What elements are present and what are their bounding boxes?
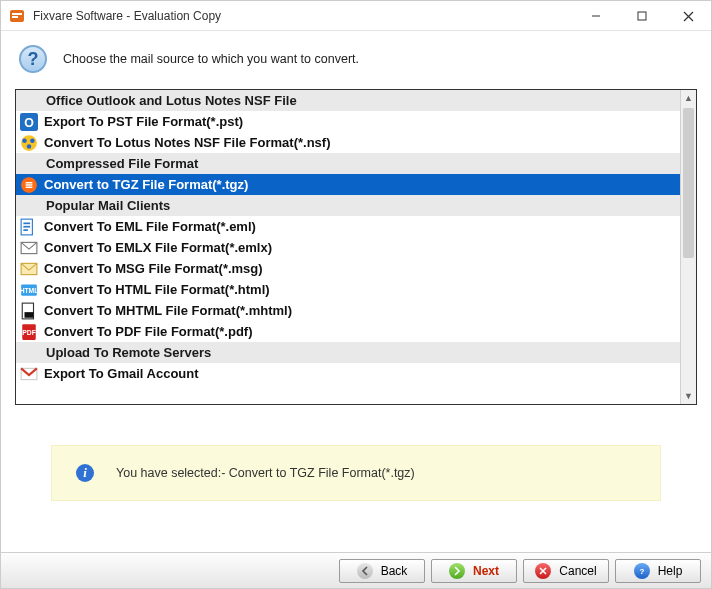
window-controls [573,1,711,30]
selection-info-text: You have selected:- Convert to TGZ File … [116,466,415,480]
svg-rect-2 [12,16,18,18]
gmail-icon [20,366,38,382]
svg-rect-4 [638,12,646,20]
help-icon: ? [634,563,650,579]
question-icon: ? [19,45,47,73]
group-label: Popular Mail Clients [46,198,170,213]
format-list: Office Outlook and Lotus Notes NSF File … [15,89,697,405]
group-label: Office Outlook and Lotus Notes NSF File [46,93,297,108]
emlx-icon [20,240,38,256]
close-icon [683,11,694,22]
back-label: Back [381,564,408,578]
group-popular-clients[interactable]: Popular Mail Clients [16,195,680,216]
selection-info-box: i You have selected:- Convert to TGZ Fil… [51,445,661,501]
option-pdf[interactable]: PDF Convert To PDF File Format(*.pdf) [16,321,680,342]
option-label: Convert To MSG File Format(*.msg) [44,261,263,276]
option-html[interactable]: HTML Convert To HTML File Format(*.html) [16,279,680,300]
option-emlx[interactable]: Convert To EMLX File Format(*.emlx) [16,237,680,258]
scroll-up-icon: ▲ [681,90,696,106]
footer-bar: Back Next Cancel ? Help [1,552,711,588]
option-label: Export To PST File Format(*.pst) [44,114,243,129]
option-tgz[interactable]: Convert to TGZ File Format(*.tgz) [16,174,680,195]
minimize-icon [591,11,601,21]
option-pst[interactable]: O Export To PST File Format(*.pst) [16,111,680,132]
maximize-icon [637,11,647,21]
svg-point-11 [30,138,35,143]
eml-icon [20,219,38,235]
help-button[interactable]: ? Help [615,559,701,583]
help-label: Help [658,564,683,578]
scroll-down-icon: ▼ [681,388,696,404]
cancel-button[interactable]: Cancel [523,559,609,583]
option-label: Convert To EML File Format(*.eml) [44,219,256,234]
mhtml-icon [20,303,38,319]
next-label: Next [473,564,499,578]
option-label: Convert to TGZ File Format(*.tgz) [44,177,248,192]
tgz-icon [20,177,38,193]
instruction-strip: ? Choose the mail source to which you wa… [1,31,711,87]
group-label: Upload To Remote Servers [46,345,211,360]
option-label: Convert To Lotus Notes NSF File Format(*… [44,135,331,150]
info-icon: i [76,464,94,482]
option-msg[interactable]: Convert To MSG File Format(*.msg) [16,258,680,279]
app-window: Fixvare Software - Evaluation Copy ? Cho… [0,0,712,589]
svg-point-10 [22,138,27,143]
option-gmail[interactable]: Export To Gmail Account [16,363,680,384]
svg-rect-23 [25,312,34,318]
app-icon [9,8,25,24]
msg-icon [20,261,38,277]
svg-point-12 [27,144,32,149]
svg-rect-15 [23,222,30,224]
back-button[interactable]: Back [339,559,425,583]
instruction-text: Choose the mail source to which you want… [63,52,359,66]
pdf-icon: PDF [20,324,38,340]
minimize-button[interactable] [573,1,619,31]
outlook-icon: O [20,114,38,130]
svg-text:HTML: HTML [20,287,38,294]
close-button[interactable] [665,1,711,31]
svg-text:O: O [24,115,34,129]
option-nsf[interactable]: Convert To Lotus Notes NSF File Format(*… [16,132,680,153]
svg-text:?: ? [639,567,644,576]
vertical-scrollbar[interactable]: ▲ ▼ [680,90,696,404]
option-label: Convert To MHTML File Format(*.mhtml) [44,303,292,318]
maximize-button[interactable] [619,1,665,31]
cancel-label: Cancel [559,564,596,578]
arrow-left-icon [357,563,373,579]
arrow-right-icon [449,563,465,579]
group-compressed[interactable]: Compressed File Format [16,153,680,174]
svg-rect-16 [23,225,30,227]
svg-text:PDF: PDF [22,329,36,336]
option-eml[interactable]: Convert To EML File Format(*.eml) [16,216,680,237]
option-mhtml[interactable]: Convert To MHTML File Format(*.mhtml) [16,300,680,321]
scroll-thumb[interactable] [683,108,694,258]
html-icon: HTML [20,282,38,298]
window-title: Fixvare Software - Evaluation Copy [33,9,573,23]
group-remote-servers[interactable]: Upload To Remote Servers [16,342,680,363]
svg-rect-17 [23,229,28,231]
option-label: Convert To PDF File Format(*.pdf) [44,324,252,339]
option-label: Convert To HTML File Format(*.html) [44,282,270,297]
group-office-outlook-nsf[interactable]: Office Outlook and Lotus Notes NSF File [16,90,680,111]
next-button[interactable]: Next [431,559,517,583]
svg-rect-1 [12,13,22,15]
titlebar: Fixvare Software - Evaluation Copy [1,1,711,31]
cancel-icon [535,563,551,579]
group-label: Compressed File Format [46,156,198,171]
option-label: Export To Gmail Account [44,366,199,381]
lotus-notes-icon [20,135,38,151]
option-label: Convert To EMLX File Format(*.emlx) [44,240,272,255]
format-list-body: Office Outlook and Lotus Notes NSF File … [16,90,680,404]
